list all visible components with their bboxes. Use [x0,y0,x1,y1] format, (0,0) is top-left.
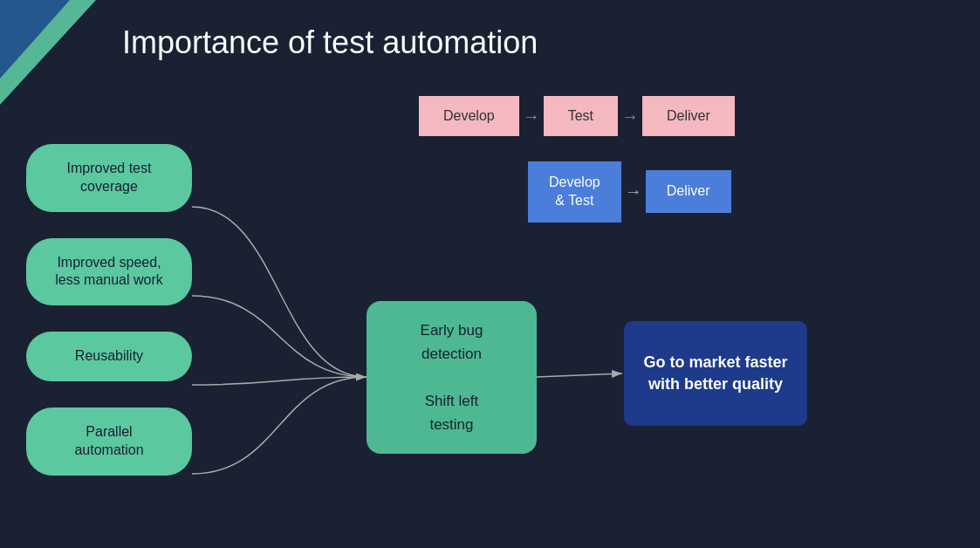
pill-coverage: Improved testcoverage [26,144,192,212]
corner-decoration [0,0,113,113]
svg-line-3 [537,373,622,377]
pills-container: Improved testcoverage Improved speed,les… [26,144,192,476]
pill-reusability: Reusability [26,332,192,381]
pipeline-top: Develop → Test → Deliver [419,96,735,136]
pipeline-box2-deliver: Deliver [646,170,731,213]
arrow-icon: → [523,106,540,127]
pipeline-box-develop: Develop [419,96,519,136]
arrow-icon-2: → [621,106,639,127]
pill-parallel: Parallelautomation [26,408,192,476]
page-title: Importance of test automation [0,0,980,61]
arrow-icon-3: → [625,182,642,202]
pipeline-bottom: Develop& Test → Deliver [528,161,731,223]
pipeline-box-deliver: Deliver [642,96,735,136]
pipeline-box-test: Test [544,96,618,136]
center-box: Early bugdetectionShift lefttesting [367,301,537,454]
pipeline-box2-develop-test: Develop& Test [528,161,621,223]
result-box: Go to market faster with better quality [624,321,807,426]
pill-speed: Improved speed,less manual work [26,238,192,306]
